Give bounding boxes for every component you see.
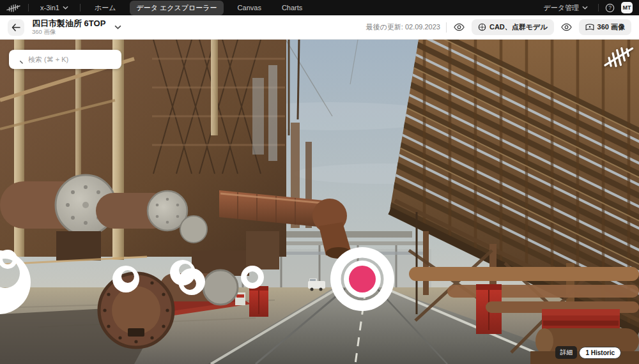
chevron-down-icon — [114, 25, 121, 29]
divider — [80, 4, 81, 11]
cad-icon — [478, 23, 486, 31]
data-management-menu[interactable]: データ管理 — [539, 1, 592, 15]
bottom-right-controls: 詳細 1 Historic — [555, 346, 621, 359]
tab-charts[interactable]: Charts — [275, 1, 309, 14]
workspace-switcher[interactable]: x-3in1 — [36, 2, 72, 13]
top-nav-right: データ管理 ? MT — [539, 1, 633, 15]
panorama-viewer[interactable]: 詳細 1 Historic — [0, 40, 639, 364]
search-input[interactable] — [27, 55, 116, 64]
nav-hotspot-current[interactable] — [330, 247, 394, 311]
data-management-label: データ管理 — [543, 3, 579, 13]
cad-visibility-toggle[interactable] — [452, 22, 466, 33]
workspace-label: x-3in1 — [40, 4, 59, 11]
divider — [446, 22, 447, 33]
compass-icon[interactable] — [602, 42, 635, 70]
panorama-scene[interactable] — [0, 40, 639, 364]
app-root: x-3in1 ホーム データ エクスプローラー Canvas Charts デー… — [0, 0, 639, 364]
divider — [598, 4, 599, 11]
panorama-icon — [585, 24, 594, 31]
help-circle-icon: ? — [605, 3, 615, 13]
search-icon — [15, 56, 23, 64]
chevron-down-icon — [582, 6, 588, 10]
last-update-label: 最後の更新: 02.09.2023 — [366, 22, 440, 32]
page-title: 四日市製油所 6TOP — [32, 19, 105, 29]
title-block: 四日市製油所 6TOP 360 画像 — [32, 19, 105, 36]
tab-data-explorer[interactable]: データ エクスプローラー — [130, 1, 223, 15]
pano-360-button[interactable]: 360 画像 — [579, 19, 631, 35]
chevron-down-icon — [63, 6, 68, 10]
eye-icon — [454, 23, 465, 31]
current-position-dot — [349, 266, 376, 292]
user-avatar[interactable]: MT — [621, 2, 633, 13]
viewer-search[interactable] — [9, 50, 121, 69]
details-button[interactable]: 詳細 — [555, 346, 577, 359]
divider — [28, 4, 29, 11]
arrow-left-icon — [12, 24, 20, 31]
pano-button-label: 360 画像 — [597, 22, 625, 32]
svg-text:?: ? — [608, 4, 612, 11]
historic-badge[interactable]: 1 Historic — [579, 347, 621, 359]
back-button[interactable] — [8, 19, 24, 36]
help-button[interactable]: ? — [605, 3, 615, 13]
cad-button-label: CAD、点群モデル — [489, 22, 548, 32]
eye-icon — [561, 23, 572, 31]
tab-home[interactable]: ホーム — [88, 1, 123, 15]
pano-visibility-toggle[interactable] — [560, 22, 573, 33]
page-subtitle: 360 画像 — [32, 29, 105, 36]
cad-pointcloud-button[interactable]: CAD、点群モデル — [472, 19, 554, 35]
brand-logo-icon[interactable] — [6, 3, 20, 12]
header-actions: 最後の更新: 02.09.2023 CAD、点群モデル — [366, 19, 631, 35]
title-dropdown[interactable] — [114, 25, 121, 29]
top-nav-bar: x-3in1 ホーム データ エクスプローラー Canvas Charts デー… — [0, 0, 639, 15]
top-nav-left: x-3in1 ホーム データ エクスプローラー Canvas Charts — [6, 1, 539, 15]
tab-canvas[interactable]: Canvas — [231, 1, 268, 14]
page-header: 四日市製油所 6TOP 360 画像 最後の更新: 02.09.2023 — [0, 15, 639, 40]
